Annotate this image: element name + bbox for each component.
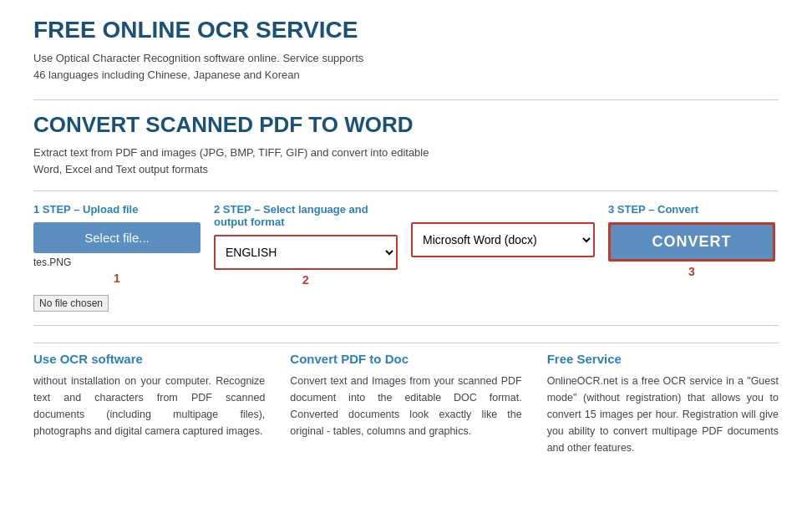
bottom-col-1-title: Use OCR software (33, 352, 265, 366)
step-2-number: 2 (214, 273, 398, 287)
no-file-label: No file chosen (33, 295, 109, 312)
step-3-block: Microsoft Word (docx) Microsoft Excel (x… (411, 203, 595, 274)
site-description: Use Optical Character Recognition softwa… (33, 50, 779, 83)
bottom-col-1: Use OCR software without installation on… (33, 352, 265, 456)
convert-button[interactable]: CONVERT (608, 222, 775, 262)
bottom-col-1-text: without installation on your computer. R… (33, 373, 265, 439)
step-1-number: 1 (33, 272, 200, 285)
divider-3 (33, 325, 779, 326)
bottom-col-2-text: Convert text and Images from your scanne… (290, 373, 521, 439)
steps-row: 1 STEP – Upload file Select file... tes.… (33, 203, 779, 287)
format-select-wrapper: Microsoft Word (docx) Microsoft Excel (x… (411, 222, 595, 257)
bottom-col-3-text: OnlineOCR.net is a free OCR service in a… (547, 373, 779, 456)
divider-2 (33, 190, 779, 191)
language-select[interactable]: ENGLISH FRENCH GERMAN SPANISH CHINESE JA… (216, 236, 396, 268)
step-4-number: 3 (608, 265, 775, 278)
section-title: CONVERT SCANNED PDF TO WORD (33, 112, 779, 138)
section-description: Extract text from PDF and images (JPG, B… (33, 145, 779, 177)
step-4-label: 3 STEP – Convert (608, 203, 698, 216)
bottom-section: Use OCR software without installation on… (33, 343, 779, 456)
site-title: FREE ONLINE OCR SERVICE (33, 17, 779, 43)
step-1-label: 1 STEP – Upload file (33, 203, 138, 216)
step-1-block: 1 STEP – Upload file Select file... tes.… (33, 203, 200, 285)
select-file-button[interactable]: Select file... (33, 222, 200, 253)
bottom-col-3: Free Service OnlineOCR.net is a free OCR… (547, 352, 779, 456)
file-name: tes.PNG (33, 257, 71, 268)
step-3-number (411, 261, 595, 274)
bottom-col-2-title: Convert PDF to Doc (290, 352, 521, 366)
step-4-block: 3 STEP – Convert CONVERT 3 (608, 203, 775, 278)
language-select-wrapper: ENGLISH FRENCH GERMAN SPANISH CHINESE JA… (214, 235, 398, 270)
no-file-container: No file chosen (33, 292, 779, 312)
step-2-label: 2 STEP – Select language and output form… (214, 203, 398, 228)
bottom-col-3-title: Free Service (547, 352, 779, 366)
divider-1 (33, 99, 779, 100)
bottom-col-2: Convert PDF to Doc Convert text and Imag… (290, 352, 521, 456)
format-select[interactable]: Microsoft Word (docx) Microsoft Excel (x… (413, 224, 593, 256)
step-2-block: 2 STEP – Select language and output form… (214, 203, 398, 287)
